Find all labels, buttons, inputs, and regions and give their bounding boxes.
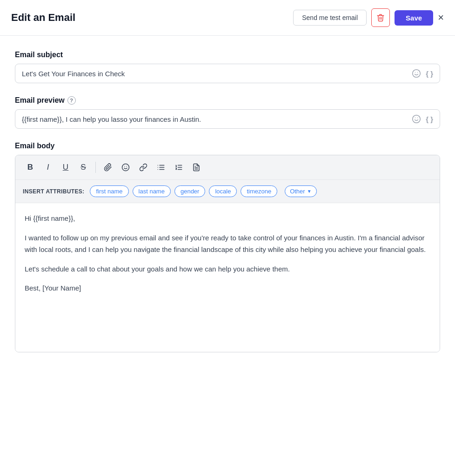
email-preview-input-wrapper: { }: [15, 109, 440, 129]
variable-button[interactable]: { }: [426, 70, 433, 78]
send-test-button[interactable]: Send me test email: [293, 10, 367, 26]
body-paragraph-4: Best, [Your Name]: [25, 282, 430, 294]
smile-icon: [412, 69, 421, 78]
trash-icon: [376, 13, 385, 22]
numbered-list-button[interactable]: [171, 160, 186, 175]
underline-button[interactable]: U: [58, 160, 73, 175]
email-preview-section: Email preview ? { }: [15, 96, 440, 129]
svg-point-6: [122, 164, 129, 171]
editor-toolbar: B I U S: [15, 155, 440, 180]
link-button[interactable]: [136, 160, 151, 175]
document-icon: [192, 163, 201, 172]
attr-chip-first-name[interactable]: first name: [90, 185, 128, 197]
save-button[interactable]: Save: [395, 10, 433, 26]
email-preview-icons: { }: [412, 114, 433, 124]
chevron-down-icon: ▼: [307, 189, 312, 194]
other-label: Other: [290, 188, 305, 195]
numbered-list-icon: [174, 163, 183, 172]
page-title: Edit an Email: [11, 12, 75, 24]
link-icon: [139, 163, 147, 172]
bullet-list-icon: [157, 163, 165, 172]
attachment-button[interactable]: [100, 160, 115, 175]
variable-icon: { }: [426, 70, 433, 78]
insert-attributes-bar: INSERT ATTRIBUTES: first name last name …: [15, 180, 440, 203]
delete-button[interactable]: [371, 8, 390, 27]
attr-chip-gender[interactable]: gender: [174, 185, 205, 197]
bullet-list-button[interactable]: [154, 160, 168, 175]
main-content: Email subject { }: [0, 36, 455, 367]
svg-point-0: [413, 70, 421, 78]
email-body-label: Email body: [15, 142, 440, 150]
preview-smile-icon: [412, 114, 421, 124]
email-body-editor[interactable]: Hi {{first name}}, I wanted to follow up…: [15, 203, 440, 352]
insert-attributes-label: INSERT ATTRIBUTES:: [23, 188, 84, 195]
attr-chip-locale[interactable]: locale: [209, 185, 237, 197]
email-subject-icons: { }: [412, 69, 433, 78]
italic-button[interactable]: I: [40, 160, 55, 175]
email-body-section: Email body B I U S: [15, 142, 440, 352]
attachment-icon: [104, 163, 112, 172]
attr-chip-timezone[interactable]: timezone: [241, 185, 277, 197]
attr-chip-other[interactable]: Other ▼: [285, 185, 316, 197]
preview-emoji-picker-button[interactable]: [412, 114, 421, 124]
email-subject-section: Email subject { }: [15, 51, 440, 83]
header: Edit an Email Send me test email Save ×: [0, 0, 455, 36]
strikethrough-button[interactable]: S: [76, 160, 91, 175]
page-wrapper: Edit an Email Send me test email Save × …: [0, 0, 455, 367]
body-paragraph-1: Hi {{first name}},: [25, 212, 430, 225]
emoji-picker-button[interactable]: [412, 69, 421, 78]
attr-chip-last-name[interactable]: last name: [133, 185, 171, 197]
email-preview-input[interactable]: [22, 115, 412, 123]
email-subject-label: Email subject: [15, 51, 440, 59]
email-subject-input[interactable]: [22, 70, 412, 78]
preview-variable-icon: { }: [426, 115, 433, 123]
header-actions: Send me test email Save ×: [293, 8, 444, 27]
toolbar-divider: [95, 162, 96, 173]
emoji-toolbar-icon: [121, 163, 130, 172]
preview-variable-button[interactable]: { }: [426, 115, 433, 123]
document-button[interactable]: [189, 160, 204, 175]
editor-container: B I U S: [15, 155, 440, 352]
svg-point-3: [413, 115, 421, 123]
email-preview-label: Email preview ?: [15, 96, 440, 105]
help-icon[interactable]: ?: [67, 96, 76, 105]
body-paragraph-2: I wanted to follow up on my previous ema…: [25, 232, 430, 256]
close-button[interactable]: ×: [438, 13, 444, 23]
email-subject-input-wrapper: { }: [15, 64, 440, 83]
emoji-toolbar-button[interactable]: [118, 160, 133, 175]
body-paragraph-3: Let's schedule a call to chat about your…: [25, 263, 430, 275]
bold-button[interactable]: B: [23, 160, 38, 175]
